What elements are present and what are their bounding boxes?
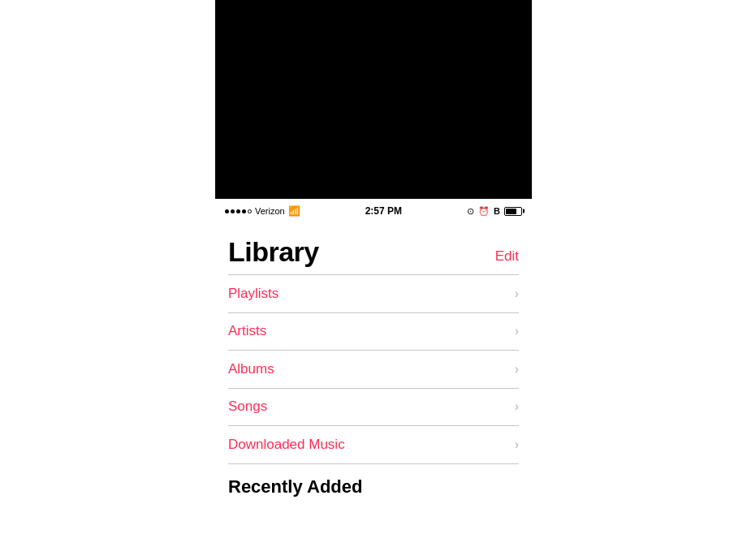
edit-button[interactable]: Edit [495,248,519,268]
list-item-albums[interactable]: Albums › [215,351,532,388]
library-header: Library Edit [215,223,532,274]
wifi-icon: 📶 [288,205,300,217]
status-bar: Verizon 📶 2:57 PM ⊙ ⏰ B [215,199,532,223]
artists-chevron-icon: › [515,324,519,338]
list-item-downloaded-music[interactable]: Downloaded Music › [215,426,532,463]
signal-dot-3 [236,209,240,213]
playlists-chevron-icon: › [515,286,519,301]
content-area: Library Edit Playlists › Artists › Album… [215,223,532,560]
black-area [215,0,532,199]
screen: Verizon 📶 2:57 PM ⊙ ⏰ B Library Edit Pla… [0,0,747,560]
status-left: Verizon 📶 [225,205,300,217]
page-title: Library [228,236,319,268]
list-item-artists[interactable]: Artists › [215,312,532,350]
artists-label: Artists [228,323,266,339]
alarm-icon: ⏰ [478,206,490,217]
list-item-playlists[interactable]: Playlists › [215,275,532,312]
screen-rotation-icon: ⊙ [467,206,474,217]
carrier-label: Verizon [255,206,285,216]
signal-dot-4 [242,209,246,213]
downloaded-music-label: Downloaded Music [228,437,345,453]
songs-chevron-icon: › [515,399,519,414]
status-right: ⊙ ⏰ B [467,206,522,217]
recently-added-header: Recently Added [215,463,532,504]
downloaded-music-chevron-icon: › [515,437,519,452]
songs-label: Songs [228,398,267,415]
playlists-label: Playlists [228,286,279,302]
signal-dot-2 [231,209,235,213]
bluetooth-icon: B [494,206,500,216]
battery-fill [506,209,516,214]
time-label: 2:57 PM [365,205,402,217]
albums-chevron-icon: › [515,362,519,377]
albums-label: Albums [228,361,274,377]
signal-dot-1 [225,209,229,213]
list-item-songs[interactable]: Songs › [215,388,532,425]
signal-dots [225,209,252,213]
signal-dot-5 [248,209,252,213]
battery-icon [504,207,522,216]
